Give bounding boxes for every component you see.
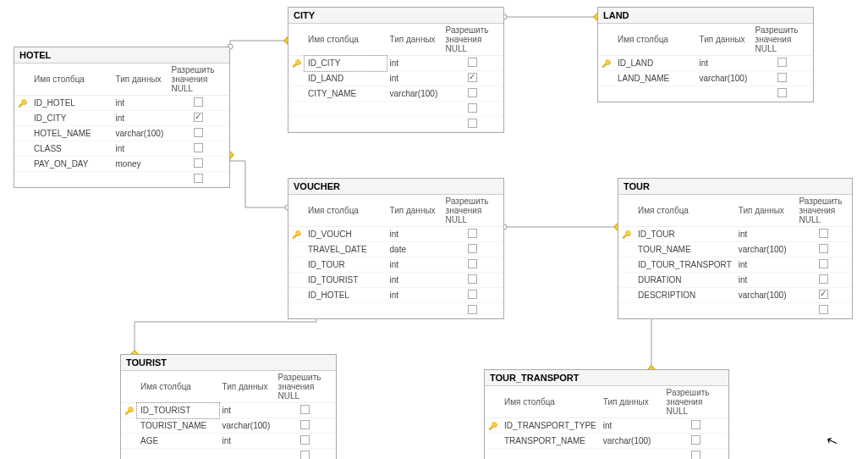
table-city[interactable]: CITYИмя столбцаТип данныхРазрешить значе… bbox=[288, 7, 504, 133]
column-type: int bbox=[387, 227, 442, 242]
column-row[interactable]: LAND_NAMEvarchar(100) bbox=[598, 71, 813, 86]
allow-null-checkbox[interactable] bbox=[300, 435, 310, 445]
column-row[interactable]: ID_LANDint bbox=[288, 71, 503, 86]
column-row[interactable]: TRAVEL_DATEdate bbox=[288, 242, 503, 257]
allow-null-checkbox[interactable] bbox=[300, 420, 310, 429]
allow-null-checkbox[interactable] bbox=[468, 274, 477, 284]
table-tourist[interactable]: TOURISTИмя столбцаТип данныхРазрешить зн… bbox=[120, 354, 337, 459]
col-header-name: Имя столбца bbox=[501, 386, 600, 418]
table-voucher[interactable]: VOUCHERИмя столбцаТип данныхРазрешить зн… bbox=[288, 178, 504, 319]
relationship-hotel-city[interactable] bbox=[230, 41, 288, 47]
column-row[interactable]: TOUR_NAMEvarchar(100) bbox=[618, 242, 852, 257]
column-type: money bbox=[113, 157, 168, 172]
column-row-empty[interactable] bbox=[14, 172, 229, 187]
allow-null-checkbox[interactable] bbox=[468, 73, 477, 82]
allow-null-checkbox[interactable] bbox=[468, 259, 477, 268]
column-row[interactable]: AGEint bbox=[121, 434, 336, 449]
col-header-name: Имя столбца bbox=[614, 24, 696, 56]
table-hotel[interactable]: HOTELИмя столбцаТип данныхРазрешить знач… bbox=[14, 47, 230, 188]
column-row-empty[interactable] bbox=[288, 102, 503, 117]
columns-grid: Имя столбцаТип данныхРазрешить значения … bbox=[598, 24, 813, 102]
col-header-name: Имя столбца bbox=[137, 371, 219, 403]
allow-null-checkbox[interactable] bbox=[468, 119, 477, 128]
allow-null-checkbox[interactable] bbox=[819, 290, 828, 299]
allow-null-checkbox[interactable] bbox=[777, 58, 787, 67]
column-name: DURATION bbox=[635, 273, 735, 288]
column-row[interactable]: 🔑ID_HOTELint bbox=[14, 96, 229, 111]
allow-null-checkbox[interactable] bbox=[468, 244, 477, 253]
allow-null-checkbox[interactable] bbox=[819, 259, 828, 268]
column-row[interactable]: ID_HOTELint bbox=[288, 288, 503, 303]
allow-null-checkbox[interactable] bbox=[777, 88, 787, 97]
column-name: ID_HOTEL bbox=[30, 96, 113, 111]
column-row[interactable]: ID_TOURint bbox=[288, 257, 503, 273]
columns-grid: Имя столбцаТип данныхРазрешить значения … bbox=[485, 386, 728, 459]
allow-null-checkbox[interactable] bbox=[819, 305, 828, 314]
table-title: TOUR bbox=[618, 179, 852, 195]
allow-null-checkbox[interactable] bbox=[819, 244, 828, 253]
col-header-type: Тип данных bbox=[387, 24, 442, 56]
allow-null-checkbox[interactable] bbox=[300, 451, 310, 459]
column-row-empty[interactable] bbox=[288, 117, 503, 132]
column-row[interactable]: 🔑ID_VOUCHint bbox=[288, 227, 503, 242]
table-tour[interactable]: TOURИмя столбцаТип данныхРазрешить значе… bbox=[618, 178, 853, 319]
col-header-name: Имя столбца bbox=[305, 24, 387, 56]
allow-null-checkbox[interactable] bbox=[468, 103, 477, 113]
allow-null-checkbox[interactable] bbox=[468, 58, 477, 67]
allow-null-checkbox[interactable] bbox=[819, 229, 828, 238]
column-row[interactable]: 🔑ID_LANDint bbox=[598, 56, 813, 71]
column-row[interactable]: 🔑ID_TOURint bbox=[618, 227, 852, 242]
allow-null-checkbox[interactable] bbox=[468, 88, 477, 97]
allow-null-checkbox[interactable] bbox=[194, 97, 203, 107]
columns-grid: Имя столбцаТип данныхРазрешить значения … bbox=[618, 195, 852, 318]
allow-null-checkbox[interactable] bbox=[300, 405, 310, 414]
allow-null-checkbox[interactable] bbox=[819, 274, 828, 284]
column-type: int bbox=[113, 111, 168, 126]
column-row-empty[interactable] bbox=[598, 86, 813, 102]
allow-null-checkbox[interactable] bbox=[468, 229, 477, 238]
col-header-null: Разрешить значения NULL bbox=[752, 24, 813, 56]
columns-grid: Имя столбцаТип данныхРазрешить значения … bbox=[288, 195, 503, 318]
column-row[interactable]: PAY_ON_DAYmoney bbox=[14, 157, 229, 172]
allow-null-checkbox[interactable] bbox=[194, 158, 203, 168]
column-row[interactable]: ID_TOUR_TRANSPORTint bbox=[618, 257, 852, 273]
allow-null-checkbox[interactable] bbox=[194, 174, 203, 183]
allow-null-checkbox[interactable] bbox=[194, 143, 203, 152]
allow-null-checkbox[interactable] bbox=[468, 305, 477, 314]
col-header-type: Тип данных bbox=[219, 371, 275, 403]
table-land[interactable]: LANDИмя столбцаТип данныхРазрешить значе… bbox=[597, 7, 814, 102]
allow-null-checkbox[interactable] bbox=[691, 451, 700, 459]
allow-null-checkbox[interactable] bbox=[468, 290, 477, 299]
column-row[interactable]: DURATIONint bbox=[618, 273, 852, 288]
column-row-empty[interactable] bbox=[485, 449, 728, 460]
column-row[interactable]: ID_CITYint bbox=[14, 111, 229, 126]
column-row-empty[interactable] bbox=[618, 303, 852, 318]
column-row[interactable]: DESCRIPTIONvarchar(100) bbox=[618, 288, 852, 303]
allow-null-checkbox[interactable] bbox=[194, 113, 203, 122]
column-row[interactable]: CLASSint bbox=[14, 141, 229, 157]
table-transport[interactable]: TOUR_TRANSPORTИмя столбцаТип данныхРазре… bbox=[484, 369, 729, 459]
column-type: date bbox=[387, 242, 442, 257]
col-header-type: Тип данных bbox=[600, 386, 663, 418]
column-row[interactable]: 🔑ID_TRANSPORT_TYPEint bbox=[485, 418, 728, 434]
allow-null-checkbox[interactable] bbox=[691, 420, 700, 429]
column-row[interactable]: TOURIST_NAMEvarchar(100) bbox=[121, 418, 336, 434]
allow-null-checkbox[interactable] bbox=[194, 128, 203, 137]
column-name: TRANSPORT_NAME bbox=[501, 434, 600, 449]
column-row[interactable]: ID_TOURISTint bbox=[288, 273, 503, 288]
column-row[interactable]: CITY_NAMEvarchar(100) bbox=[288, 86, 503, 102]
column-type: int bbox=[387, 56, 442, 71]
column-row-empty[interactable] bbox=[121, 449, 336, 460]
column-row-empty[interactable] bbox=[288, 303, 503, 318]
relationship-voucher-hotel[interactable] bbox=[230, 155, 288, 207]
allow-null-checkbox[interactable] bbox=[691, 435, 700, 445]
column-row[interactable]: TRANSPORT_NAMEvarchar(100) bbox=[485, 434, 728, 449]
column-type: varchar(100) bbox=[735, 242, 796, 257]
column-row[interactable]: 🔑ID_CITYint bbox=[288, 56, 503, 71]
column-name: TRAVEL_DATE bbox=[305, 242, 387, 257]
allow-null-checkbox[interactable] bbox=[777, 73, 787, 82]
column-name: TOURIST_NAME bbox=[137, 418, 219, 434]
col-header-null: Разрешить значения NULL bbox=[796, 195, 852, 227]
column-row[interactable]: 🔑ID_TOURISTint bbox=[121, 403, 336, 418]
column-row[interactable]: HOTEL_NAMEvarchar(100) bbox=[14, 126, 229, 141]
